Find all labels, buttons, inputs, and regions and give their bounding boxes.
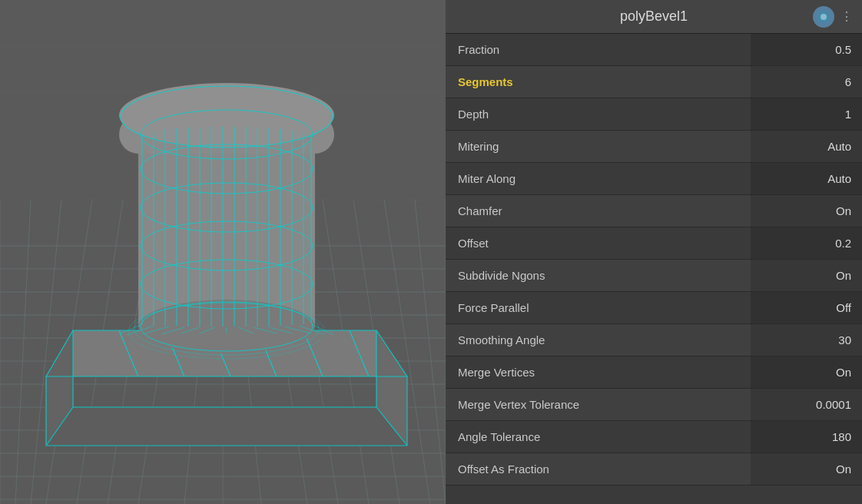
property-value[interactable]: On bbox=[751, 453, 862, 485]
property-label: Segments bbox=[446, 66, 751, 98]
property-value[interactable]: 0.0001 bbox=[751, 389, 862, 420]
property-value[interactable]: 0.2 bbox=[751, 227, 862, 259]
property-label: Depth bbox=[446, 98, 751, 130]
property-value[interactable]: Off bbox=[751, 292, 862, 323]
property-row[interactable]: MiteringAuto bbox=[446, 131, 862, 163]
panel-rows: Fraction0.5Segments6Depth1MiteringAutoMi… bbox=[446, 34, 862, 504]
property-row[interactable]: Miter AlongAuto bbox=[446, 163, 862, 195]
property-label: Miter Along bbox=[446, 163, 751, 194]
property-value[interactable]: On bbox=[751, 356, 862, 388]
property-label: Mitering bbox=[446, 131, 751, 162]
property-row[interactable]: Merge Vertex Tolerance0.0001 bbox=[446, 389, 862, 421]
panel-header: polyBevel1 ⋮ bbox=[446, 0, 862, 34]
property-label: Smoothing Angle bbox=[446, 324, 751, 356]
property-label: Offset As Fraction bbox=[446, 453, 751, 485]
property-value[interactable]: Auto bbox=[751, 131, 862, 162]
property-row[interactable]: Fraction0.5 bbox=[446, 34, 862, 66]
property-value[interactable]: 1 bbox=[751, 98, 862, 130]
property-row[interactable]: Force ParallelOff bbox=[446, 292, 862, 324]
property-row[interactable]: Smoothing Angle30 bbox=[446, 324, 862, 356]
svg-point-68 bbox=[119, 83, 334, 148]
node-icon[interactable] bbox=[813, 6, 834, 28]
property-value[interactable]: 30 bbox=[751, 324, 862, 356]
property-label: Merge Vertex Tolerance bbox=[446, 389, 751, 420]
property-label: Angle Tolerance bbox=[446, 421, 751, 453]
menu-dots[interactable]: ⋮ bbox=[837, 8, 856, 25]
property-label: Force Parallel bbox=[446, 292, 751, 323]
panel-title: polyBevel1 bbox=[620, 8, 688, 25]
properties-panel: polyBevel1 ⋮ Fraction0.5Segments6Depth1M… bbox=[446, 0, 862, 504]
svg-marker-48 bbox=[46, 407, 407, 446]
property-row[interactable]: Offset0.2 bbox=[446, 227, 862, 260]
property-value[interactable]: Auto bbox=[751, 163, 862, 194]
property-label: Subdivide Ngons bbox=[446, 260, 751, 291]
property-label: Merge Vertices bbox=[446, 356, 751, 388]
property-value[interactable]: On bbox=[751, 195, 862, 227]
property-label: Chamfer bbox=[446, 195, 751, 227]
panel-icons: ⋮ bbox=[813, 6, 856, 28]
property-row[interactable]: Angle Tolerance180 bbox=[446, 421, 862, 453]
property-label: Offset bbox=[446, 227, 751, 259]
property-label: Fraction bbox=[446, 34, 751, 65]
property-row[interactable]: ChamferOn bbox=[446, 195, 862, 227]
property-value[interactable]: 180 bbox=[751, 421, 862, 453]
property-row[interactable]: Depth1 bbox=[446, 98, 862, 131]
property-value[interactable]: 0.5 bbox=[751, 34, 862, 65]
property-row[interactable]: Merge VerticesOn bbox=[446, 356, 862, 389]
3d-viewport[interactable] bbox=[0, 0, 446, 504]
property-row[interactable]: Segments6 bbox=[446, 66, 862, 98]
property-value[interactable]: On bbox=[751, 260, 862, 291]
property-row[interactable]: Subdivide NgonsOn bbox=[446, 260, 862, 292]
property-row[interactable]: Offset As FractionOn bbox=[446, 453, 862, 486]
property-value[interactable]: 6 bbox=[751, 66, 862, 98]
svg-point-108 bbox=[821, 14, 827, 20]
